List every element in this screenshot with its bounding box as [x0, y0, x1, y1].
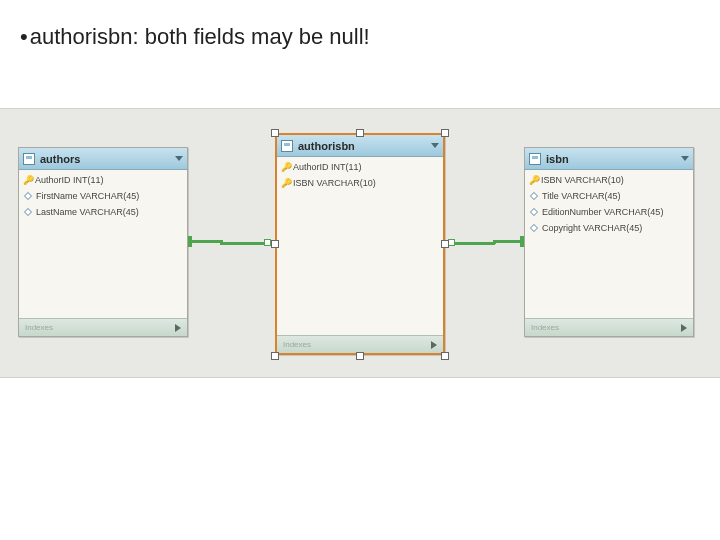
- column-icon: [24, 192, 32, 200]
- relation-line[interactable]: [493, 240, 520, 243]
- resize-handle[interactable]: [441, 129, 449, 137]
- expand-right-icon[interactable]: [175, 324, 181, 332]
- column-row[interactable]: EditionNumber VARCHAR(45): [525, 204, 693, 220]
- table-footer[interactable]: Indexes: [277, 335, 443, 353]
- er-canvas[interactable]: authors 🔑AuthorID INT(11)FirstName VARCH…: [0, 108, 720, 378]
- resize-handle[interactable]: [271, 129, 279, 137]
- chevron-down-icon[interactable]: [681, 156, 689, 161]
- resize-handle[interactable]: [356, 129, 364, 137]
- column-label: AuthorID INT(11): [35, 173, 104, 187]
- table-header[interactable]: authors: [19, 148, 187, 170]
- relation-line[interactable]: [455, 242, 495, 245]
- footer-label: Indexes: [25, 323, 53, 332]
- column-list: 🔑AuthorID INT(11)FirstName VARCHAR(45)La…: [19, 170, 187, 318]
- chevron-down-icon[interactable]: [431, 143, 439, 148]
- table-isbn[interactable]: isbn 🔑ISBN VARCHAR(10)Title VARCHAR(45)E…: [524, 147, 694, 337]
- table-title: isbn: [546, 153, 569, 165]
- column-row[interactable]: FirstName VARCHAR(45): [19, 188, 187, 204]
- relation-endpoint: [264, 239, 271, 246]
- relation-line[interactable]: [192, 240, 222, 243]
- primary-key-icon: 🔑: [281, 176, 290, 190]
- resize-handle[interactable]: [441, 240, 449, 248]
- table-footer[interactable]: Indexes: [19, 318, 187, 336]
- relation-endpoint: [520, 236, 524, 247]
- column-row[interactable]: 🔑AuthorID INT(11): [277, 159, 443, 175]
- caption-text: •authorisbn: both fields may be null!: [20, 24, 370, 50]
- expand-right-icon[interactable]: [681, 324, 687, 332]
- bullet-icon: •: [20, 24, 28, 49]
- chevron-down-icon[interactable]: [175, 156, 183, 161]
- table-title: authors: [40, 153, 80, 165]
- table-authorisbn[interactable]: authorisbn 🔑AuthorID INT(11)🔑ISBN VARCHA…: [275, 133, 445, 355]
- relation-endpoint: [448, 239, 455, 246]
- table-icon: [23, 153, 35, 165]
- table-header[interactable]: isbn: [525, 148, 693, 170]
- column-row[interactable]: 🔑ISBN VARCHAR(10): [277, 175, 443, 191]
- table-header[interactable]: authorisbn: [277, 135, 443, 157]
- expand-right-icon[interactable]: [431, 341, 437, 349]
- table-footer[interactable]: Indexes: [525, 318, 693, 336]
- column-label: ISBN VARCHAR(10): [541, 173, 624, 187]
- column-icon: [530, 224, 538, 232]
- column-icon: [530, 208, 538, 216]
- column-label: Title VARCHAR(45): [542, 189, 621, 203]
- table-authors[interactable]: authors 🔑AuthorID INT(11)FirstName VARCH…: [18, 147, 188, 337]
- column-row[interactable]: Title VARCHAR(45): [525, 188, 693, 204]
- column-icon: [530, 192, 538, 200]
- column-row[interactable]: Copyright VARCHAR(45): [525, 220, 693, 236]
- table-icon: [281, 140, 293, 152]
- column-row[interactable]: 🔑AuthorID INT(11): [19, 172, 187, 188]
- table-icon: [529, 153, 541, 165]
- primary-key-icon: 🔑: [23, 173, 32, 187]
- column-label: LastName VARCHAR(45): [36, 205, 139, 219]
- resize-handle[interactable]: [271, 352, 279, 360]
- column-label: Copyright VARCHAR(45): [542, 221, 642, 235]
- column-row[interactable]: 🔑ISBN VARCHAR(10): [525, 172, 693, 188]
- column-label: AuthorID INT(11): [293, 160, 362, 174]
- column-label: ISBN VARCHAR(10): [293, 176, 376, 190]
- resize-handle[interactable]: [356, 352, 364, 360]
- column-label: EditionNumber VARCHAR(45): [542, 205, 663, 219]
- column-list: 🔑ISBN VARCHAR(10)Title VARCHAR(45)Editio…: [525, 170, 693, 318]
- primary-key-icon: 🔑: [281, 160, 290, 174]
- column-row[interactable]: LastName VARCHAR(45): [19, 204, 187, 220]
- column-icon: [24, 208, 32, 216]
- column-label: FirstName VARCHAR(45): [36, 189, 139, 203]
- footer-label: Indexes: [283, 340, 311, 349]
- primary-key-icon: 🔑: [529, 173, 538, 187]
- footer-label: Indexes: [531, 323, 559, 332]
- resize-handle[interactable]: [271, 240, 279, 248]
- relation-line[interactable]: [220, 242, 268, 245]
- table-title: authorisbn: [298, 140, 355, 152]
- resize-handle[interactable]: [441, 352, 449, 360]
- caption-body: authorisbn: both fields may be null!: [30, 24, 370, 49]
- column-list: 🔑AuthorID INT(11)🔑ISBN VARCHAR(10): [277, 157, 443, 335]
